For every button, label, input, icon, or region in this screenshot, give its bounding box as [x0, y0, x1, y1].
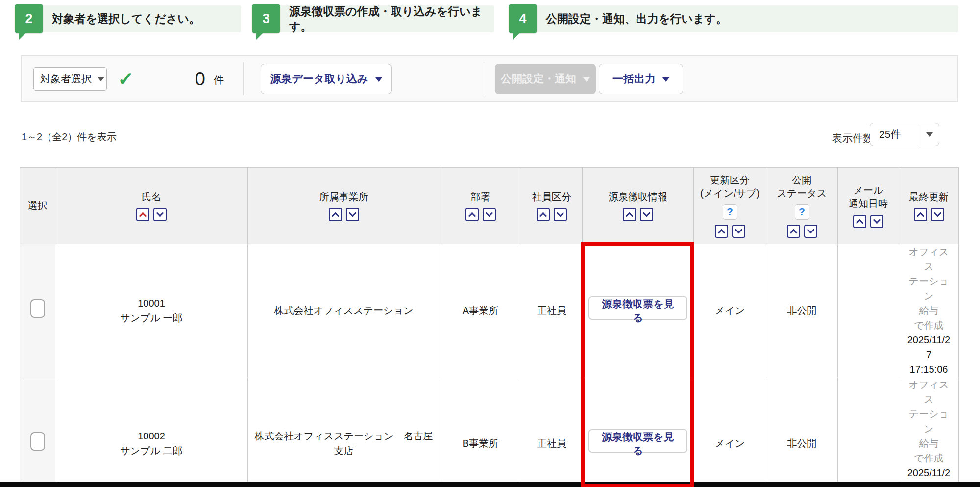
step-number-badge: 4 [509, 4, 537, 33]
header-label: 部署 [471, 190, 490, 204]
header-label: 所属事業所 [319, 190, 368, 204]
cell-code-name: 10001 サンプル 一郎 [55, 244, 248, 377]
table-header-row: 選択 氏名 所属事業所 [20, 168, 959, 244]
sort-asc-button[interactable] [715, 225, 728, 238]
chevron-up-icon [789, 229, 797, 237]
sort-buttons [623, 208, 653, 221]
page-size-label: 表示件数 [832, 131, 873, 145]
step-banner-4: 公開設定・通知、出力を行います。 4 [509, 4, 958, 42]
chevron-down-icon [557, 209, 564, 217]
column-header-update-type: 更新区分 (メイン/サブ) ? [694, 168, 766, 244]
cell-select [20, 244, 55, 377]
cell-last-update: オフィスス テーション 給与 で作成 2025/11/27 17:15:06 [899, 244, 959, 377]
column-header-withholding-info: 源泉徴収情報 [583, 168, 694, 244]
sort-desc-button[interactable] [804, 225, 817, 238]
chevron-down-icon [375, 77, 382, 82]
speech-tail-icon [19, 32, 26, 40]
sort-asc-button[interactable] [466, 208, 479, 221]
column-header-publish-status: 公開 ステータス ? [766, 168, 838, 244]
chevron-up-icon [717, 229, 725, 237]
page-size-select[interactable]: 25件 [870, 123, 939, 146]
help-icon[interactable]: ? [795, 204, 809, 220]
publish-button-label: 公開設定・通知 [501, 72, 576, 86]
sort-desc-button[interactable] [640, 208, 653, 221]
check-icon: ✓ [118, 69, 134, 89]
column-header-office: 所属事業所 [248, 168, 440, 244]
sort-desc-button[interactable] [870, 215, 883, 228]
cell-department: A事業所 [440, 244, 521, 377]
cell-office: 株式会社オフィスステーション [248, 244, 440, 377]
sort-asc-button[interactable] [853, 215, 866, 228]
cell-mail-date [838, 244, 899, 377]
chevron-down-icon [735, 226, 742, 234]
sort-asc-button[interactable] [329, 208, 342, 221]
employee-code: 10002 [61, 429, 242, 443]
view-withholding-slip-button[interactable]: 源泉徴収票を見る [588, 296, 687, 320]
toolbar-divider [243, 62, 244, 95]
table-row: 10001 サンプル 一郎 株式会社オフィスステーション A事業所 正社員 源泉… [20, 244, 959, 377]
view-withholding-slip-button[interactable]: 源泉徴収票を見る [588, 429, 687, 453]
cell-select [20, 377, 55, 487]
cell-update-type: メイン [694, 244, 766, 377]
sort-desc-button[interactable] [346, 208, 359, 221]
sort-desc-button[interactable] [931, 208, 944, 221]
step-banner-bar: 公開設定・通知、出力を行います。 [531, 5, 958, 32]
step-banner-3: 源泉徴収票の作成・取り込みを行います。 3 [252, 4, 494, 42]
row-checkbox[interactable] [30, 299, 45, 318]
sort-asc-button[interactable] [623, 208, 636, 221]
sort-desc-button[interactable] [554, 208, 567, 221]
employee-code: 10001 [61, 296, 242, 310]
sort-desc-button[interactable] [483, 208, 496, 221]
cell-employee-type: 正社員 [521, 244, 583, 377]
import-button-label: 源泉データ取り込み [270, 72, 368, 86]
step-text: 対象者を選択してください。 [52, 11, 200, 26]
header-label: 更新区分 [710, 174, 750, 187]
column-header-select: 選択 [20, 168, 55, 244]
employee-table: 選択 氏名 所属事業所 [20, 167, 959, 487]
cell-publish-status: 非公開 [766, 244, 838, 377]
step-text: 源泉徴収票の作成・取り込みを行います。 [289, 4, 494, 34]
sort-asc-button[interactable] [136, 208, 149, 221]
column-header-employee-type: 社員区分 [521, 168, 583, 244]
chevron-up-icon [856, 219, 864, 227]
cell-update-type: メイン [694, 377, 766, 487]
chevron-down-icon [933, 209, 941, 217]
selected-count-unit: 件 [214, 73, 224, 87]
bulk-export-button[interactable]: 一括出力 [599, 64, 683, 94]
sort-asc-button[interactable] [537, 208, 550, 221]
import-withholding-data-button[interactable]: 源泉データ取り込み [261, 64, 392, 94]
export-button-label: 一括出力 [612, 72, 656, 86]
header-label: (メイン/サブ) [700, 187, 760, 200]
chevron-down-icon [807, 226, 814, 234]
help-icon[interactable]: ? [723, 204, 737, 220]
row-checkbox[interactable] [30, 432, 45, 451]
step-number-badge: 3 [252, 4, 280, 33]
step-text: 公開設定・通知、出力を行います。 [546, 11, 727, 26]
step-banner-2: 対象者を選択してください。 2 [15, 4, 241, 42]
sort-buttons [537, 208, 567, 221]
publish-notify-button[interactable]: 公開設定・通知 [495, 64, 596, 94]
cell-publish-status: 非公開 [766, 377, 838, 487]
step-number: 4 [519, 11, 526, 26]
sort-asc-button[interactable] [914, 208, 927, 221]
sort-buttons [715, 225, 745, 238]
cell-mail-date [838, 377, 899, 487]
step-banner-bar: 対象者を選択してください。 [37, 5, 241, 32]
chevron-down-icon [348, 209, 356, 217]
cell-last-update: オフィスス テーション 給与 で作成 2025/11/27 17:15:06 [899, 377, 959, 487]
employee-name: サンプル 二郎 [61, 443, 242, 458]
target-select-label: 対象者選択 [40, 72, 92, 86]
toolbar-panel: 対象者選択 ✓ 0 件 源泉データ取り込み 公開設定・通知 一括出力 [21, 55, 958, 102]
sort-asc-button[interactable] [787, 225, 800, 238]
header-label: 選択 [28, 199, 48, 212]
sort-desc-button[interactable] [732, 225, 745, 238]
sort-desc-button[interactable] [153, 208, 167, 221]
chevron-down-icon [873, 216, 881, 224]
step-number: 2 [25, 11, 32, 26]
cell-office: 株式会社オフィスステーション 名古屋支店 [248, 377, 440, 487]
chevron-down-icon [662, 77, 669, 82]
chevron-up-icon [331, 212, 339, 220]
bottom-bar [0, 482, 980, 487]
target-select-dropdown[interactable]: 対象者選択 [33, 67, 107, 91]
speech-tail-icon [256, 32, 264, 40]
